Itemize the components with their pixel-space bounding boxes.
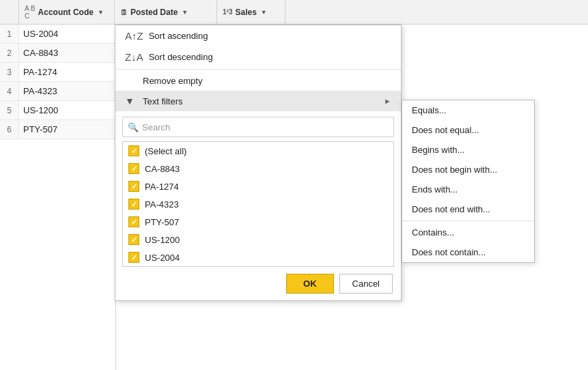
checkbox-box: ✓ [128, 252, 139, 263]
account-code-cell: CA-8843 [19, 44, 115, 62]
checkbox-item[interactable]: ✓ (Select all) [123, 142, 393, 160]
checkbox-label: PTY-507 [145, 217, 179, 227]
text-filters-icon: ▼ [125, 96, 137, 106]
table-area: 1 US-2004 2 CA-8843 3 PA-1274 4 PA-4323 … [0, 25, 116, 370]
checkbox-item[interactable]: ✓ US-2004 [123, 248, 393, 266]
sort-descending-label: Sort descending [149, 52, 213, 62]
table-row: 3 PA-1274 [0, 63, 115, 82]
sort-ascending-item[interactable]: A↑Z Sort ascending [115, 25, 401, 46]
remove-empty-item[interactable]: Remove empty [115, 71, 401, 91]
submenu-separator [402, 220, 534, 221]
checkbox-box: ✓ [128, 234, 139, 245]
posted-date-dropdown-arrow[interactable]: ▼ [182, 9, 188, 16]
table-row: 6 PTY-507 [0, 120, 115, 139]
account-code-dropdown-arrow[interactable]: ▼ [98, 9, 104, 16]
checkbox-check: ✓ [131, 182, 137, 191]
header-bar: A BC Account Code ▼ 🗓 Posted Date ▼ 1²3 … [0, 0, 588, 25]
checkbox-item[interactable]: ✓ US-1200 [123, 231, 393, 248]
submenu-item-4[interactable]: Ends with... [402, 180, 534, 199]
submenu-item-5[interactable]: Does not end with... [402, 199, 534, 219]
search-input[interactable] [122, 117, 394, 137]
checkbox-item[interactable]: ✓ CA-8843 [123, 160, 393, 177]
posted-date-label: Posted Date [130, 8, 178, 17]
checkbox-item[interactable]: ✓ PTY-507 [123, 213, 393, 231]
table-row: 2 CA-8843 [0, 44, 115, 63]
checkbox-box: ✓ [128, 181, 139, 192]
account-code-cell: PTY-507 [19, 120, 115, 139]
account-code-cell: PA-4323 [19, 82, 115, 100]
sort-ascending-label: Sort ascending [149, 31, 208, 41]
text-filters-item[interactable]: ▼ Text filters ► [115, 91, 401, 111]
checkbox-label: PA-4323 [145, 199, 179, 210]
table-row: 5 US-1200 [0, 101, 115, 120]
text-filters-submenu: Equals...Does not equal...Begins with...… [402, 100, 535, 263]
separator-1 [115, 69, 401, 70]
submenu-item-1[interactable]: Does not equal... [402, 120, 534, 140]
row-num-cell: 5 [0, 101, 19, 119]
ok-button[interactable]: OK [286, 274, 334, 294]
row-num-cell: 2 [0, 44, 19, 62]
text-filters-label: Text filters [143, 96, 183, 106]
filter-dropdown: A↑Z Sort ascending Z↓A Sort descending R… [115, 25, 402, 301]
checkbox-label: US-2004 [145, 253, 180, 263]
search-container: 🔍 [122, 117, 394, 137]
checkbox-label: CA-8843 [145, 164, 180, 174]
row-num-cell: 1 [0, 25, 19, 43]
checkbox-item[interactable]: ✓ PA-4323 [123, 195, 393, 213]
table-body: 1 US-2004 2 CA-8843 3 PA-1274 4 PA-4323 … [0, 25, 115, 139]
checkbox-box: ✓ [128, 145, 139, 156]
submenu-item-0[interactable]: Equals... [402, 100, 534, 120]
remove-empty-label: Remove empty [143, 76, 202, 86]
table-row: 4 PA-4323 [0, 82, 115, 101]
sales-type-icon: 1²3 [223, 8, 232, 16]
submenu-item-6[interactable]: Contains... [402, 223, 534, 242]
sales-header[interactable]: 1²3 Sales ▼ [217, 0, 285, 24]
row-num-cell: 6 [0, 120, 19, 139]
checkbox-box: ✓ [128, 199, 139, 210]
account-code-cell: PA-1274 [19, 63, 115, 81]
account-code-label: Account Code [38, 8, 94, 17]
text-filters-arrow: ► [384, 97, 391, 105]
checkbox-box: ✓ [128, 163, 139, 174]
checkbox-box: ✓ [128, 216, 139, 227]
checkbox-check: ✓ [131, 147, 137, 156]
checkbox-list: ✓ (Select all) ✓ CA-8843 ✓ PA-1274 ✓ PA-… [122, 141, 394, 267]
account-code-cell: US-1200 [19, 101, 115, 119]
checkbox-label: (Select all) [145, 146, 186, 156]
account-code-header[interactable]: A BC Account Code ▼ [19, 0, 115, 24]
cancel-button[interactable]: Cancel [339, 274, 393, 294]
row-num-header [0, 0, 19, 24]
row-num-cell: 3 [0, 63, 19, 81]
checkbox-check: ✓ [131, 200, 137, 209]
account-code-cell: US-2004 [19, 25, 115, 43]
checkbox-item[interactable]: ✓ PA-1274 [123, 177, 393, 195]
submenu-item-7[interactable]: Does not contain... [402, 242, 534, 262]
account-code-type-icon: A BC [25, 5, 36, 20]
checkbox-check: ✓ [131, 165, 137, 173]
sort-descending-icon: Z↓A [125, 51, 143, 63]
checkbox-check: ✓ [131, 236, 137, 244]
sales-label: Sales [235, 8, 256, 17]
sales-dropdown-arrow[interactable]: ▼ [261, 9, 267, 16]
checkbox-check: ✓ [131, 253, 137, 262]
sort-descending-item[interactable]: Z↓A Sort descending [115, 46, 401, 68]
row-num-cell: 4 [0, 82, 19, 100]
checkbox-label: PA-1274 [145, 182, 179, 192]
submenu-item-2[interactable]: Begins with... [402, 140, 534, 160]
search-icon: 🔍 [128, 122, 139, 132]
submenu-item-3[interactable]: Does not begin with... [402, 160, 534, 180]
posted-date-type-icon: 🗓 [120, 8, 128, 16]
posted-date-header[interactable]: 🗓 Posted Date ▼ [115, 0, 217, 24]
table-row: 1 US-2004 [0, 25, 115, 44]
checkbox-label: US-1200 [145, 235, 180, 245]
filter-footer: OK Cancel [115, 267, 401, 300]
sort-ascending-icon: A↑Z [125, 30, 143, 42]
checkbox-check: ✓ [131, 218, 137, 227]
